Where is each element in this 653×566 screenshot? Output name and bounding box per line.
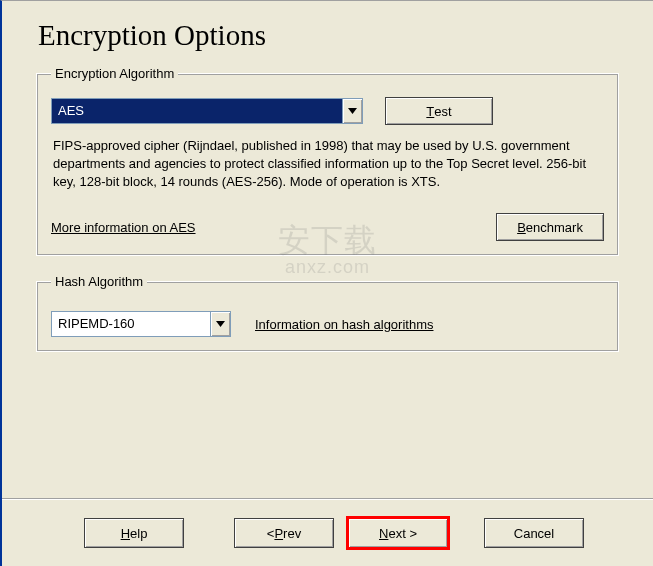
- chevron-down-icon: [348, 108, 357, 114]
- hash-algorithm-select[interactable]: RIPEMD-160: [51, 311, 231, 337]
- prev-button[interactable]: < Prev: [234, 518, 334, 548]
- footer-buttons: Help < Prev Next > Cancel: [36, 518, 619, 548]
- hash-info-link[interactable]: Information on hash algorithms: [255, 317, 433, 332]
- cancel-button[interactable]: Cancel: [484, 518, 584, 548]
- more-info-link[interactable]: More information on AES: [51, 220, 196, 235]
- encryption-row2: More information on AES Benchmark: [51, 213, 604, 241]
- encryption-algorithm-select[interactable]: AES: [51, 98, 363, 124]
- svg-marker-1: [216, 321, 225, 327]
- encryption-description: FIPS-approved cipher (Rijndael, publishe…: [53, 137, 593, 191]
- help-button[interactable]: Help: [84, 518, 184, 548]
- footer-separator: [2, 498, 653, 500]
- dropdown-button[interactable]: [342, 99, 362, 123]
- next-button[interactable]: Next >: [348, 518, 448, 548]
- hash-legend: Hash Algorithm: [51, 274, 147, 289]
- page-title: Encryption Options: [2, 1, 653, 66]
- dialog-window: Encryption Options Encryption Algorithm …: [0, 0, 653, 566]
- encryption-algorithm-group: Encryption Algorithm AES Test FIPS-appro…: [36, 66, 619, 256]
- hash-row: RIPEMD-160 Information on hash algorithm…: [51, 311, 604, 337]
- encryption-row: AES Test: [51, 97, 604, 125]
- footer: Help < Prev Next > Cancel: [2, 498, 653, 548]
- content-area: Encryption Algorithm AES Test FIPS-appro…: [2, 66, 653, 352]
- test-button[interactable]: Test: [385, 97, 493, 125]
- benchmark-button[interactable]: Benchmark: [496, 213, 604, 241]
- hash-algorithm-group: Hash Algorithm RIPEMD-160 Information on…: [36, 274, 619, 352]
- hash-selected-value: RIPEMD-160: [52, 312, 210, 336]
- encryption-legend: Encryption Algorithm: [51, 66, 178, 81]
- chevron-down-icon: [216, 321, 225, 327]
- dropdown-button[interactable]: [210, 312, 230, 336]
- svg-marker-0: [348, 108, 357, 114]
- encryption-selected-value: AES: [52, 99, 342, 123]
